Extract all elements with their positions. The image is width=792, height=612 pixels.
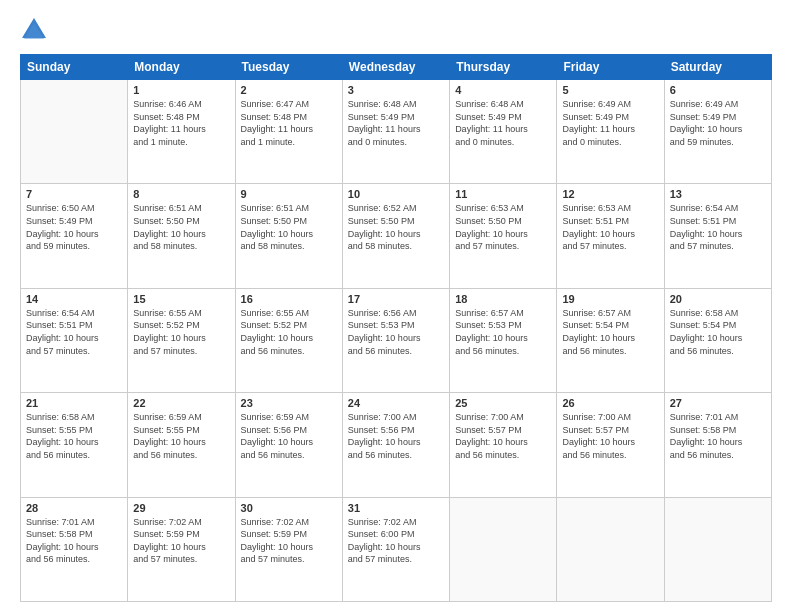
calendar-cell: 2Sunrise: 6:47 AM Sunset: 5:48 PM Daylig… <box>235 80 342 184</box>
day-info: Sunrise: 7:02 AM Sunset: 6:00 PM Dayligh… <box>348 516 444 566</box>
weekday-header-friday: Friday <box>557 55 664 80</box>
day-number: 23 <box>241 397 337 409</box>
day-number: 17 <box>348 293 444 305</box>
day-number: 25 <box>455 397 551 409</box>
day-number: 18 <box>455 293 551 305</box>
day-info: Sunrise: 6:57 AM Sunset: 5:53 PM Dayligh… <box>455 307 551 357</box>
calendar-cell: 13Sunrise: 6:54 AM Sunset: 5:51 PM Dayli… <box>664 184 771 288</box>
calendar-cell: 27Sunrise: 7:01 AM Sunset: 5:58 PM Dayli… <box>664 393 771 497</box>
day-number: 8 <box>133 188 229 200</box>
day-number: 1 <box>133 84 229 96</box>
day-info: Sunrise: 6:54 AM Sunset: 5:51 PM Dayligh… <box>26 307 122 357</box>
day-info: Sunrise: 6:48 AM Sunset: 5:49 PM Dayligh… <box>348 98 444 148</box>
calendar-cell: 30Sunrise: 7:02 AM Sunset: 5:59 PM Dayli… <box>235 497 342 601</box>
day-info: Sunrise: 7:02 AM Sunset: 5:59 PM Dayligh… <box>241 516 337 566</box>
calendar-cell: 20Sunrise: 6:58 AM Sunset: 5:54 PM Dayli… <box>664 288 771 392</box>
day-info: Sunrise: 6:47 AM Sunset: 5:48 PM Dayligh… <box>241 98 337 148</box>
calendar-week-4: 21Sunrise: 6:58 AM Sunset: 5:55 PM Dayli… <box>21 393 772 497</box>
day-number: 26 <box>562 397 658 409</box>
logo-icon <box>20 16 48 44</box>
calendar-cell: 12Sunrise: 6:53 AM Sunset: 5:51 PM Dayli… <box>557 184 664 288</box>
calendar-cell: 11Sunrise: 6:53 AM Sunset: 5:50 PM Dayli… <box>450 184 557 288</box>
day-info: Sunrise: 6:54 AM Sunset: 5:51 PM Dayligh… <box>670 202 766 252</box>
calendar-cell: 23Sunrise: 6:59 AM Sunset: 5:56 PM Dayli… <box>235 393 342 497</box>
day-info: Sunrise: 6:58 AM Sunset: 5:54 PM Dayligh… <box>670 307 766 357</box>
calendar-cell: 25Sunrise: 7:00 AM Sunset: 5:57 PM Dayli… <box>450 393 557 497</box>
day-info: Sunrise: 6:58 AM Sunset: 5:55 PM Dayligh… <box>26 411 122 461</box>
calendar-cell: 24Sunrise: 7:00 AM Sunset: 5:56 PM Dayli… <box>342 393 449 497</box>
day-info: Sunrise: 6:59 AM Sunset: 5:56 PM Dayligh… <box>241 411 337 461</box>
calendar-cell <box>557 497 664 601</box>
day-info: Sunrise: 6:56 AM Sunset: 5:53 PM Dayligh… <box>348 307 444 357</box>
day-info: Sunrise: 7:01 AM Sunset: 5:58 PM Dayligh… <box>26 516 122 566</box>
day-info: Sunrise: 6:53 AM Sunset: 5:50 PM Dayligh… <box>455 202 551 252</box>
day-number: 20 <box>670 293 766 305</box>
day-info: Sunrise: 6:53 AM Sunset: 5:51 PM Dayligh… <box>562 202 658 252</box>
calendar-cell <box>21 80 128 184</box>
day-info: Sunrise: 7:00 AM Sunset: 5:57 PM Dayligh… <box>455 411 551 461</box>
day-number: 14 <box>26 293 122 305</box>
day-info: Sunrise: 6:59 AM Sunset: 5:55 PM Dayligh… <box>133 411 229 461</box>
day-info: Sunrise: 6:49 AM Sunset: 5:49 PM Dayligh… <box>562 98 658 148</box>
day-number: 7 <box>26 188 122 200</box>
calendar-cell: 18Sunrise: 6:57 AM Sunset: 5:53 PM Dayli… <box>450 288 557 392</box>
calendar-cell: 29Sunrise: 7:02 AM Sunset: 5:59 PM Dayli… <box>128 497 235 601</box>
calendar-cell: 26Sunrise: 7:00 AM Sunset: 5:57 PM Dayli… <box>557 393 664 497</box>
calendar-week-2: 7Sunrise: 6:50 AM Sunset: 5:49 PM Daylig… <box>21 184 772 288</box>
day-info: Sunrise: 6:46 AM Sunset: 5:48 PM Dayligh… <box>133 98 229 148</box>
day-number: 29 <box>133 502 229 514</box>
day-number: 9 <box>241 188 337 200</box>
calendar-cell: 21Sunrise: 6:58 AM Sunset: 5:55 PM Dayli… <box>21 393 128 497</box>
day-info: Sunrise: 6:51 AM Sunset: 5:50 PM Dayligh… <box>133 202 229 252</box>
day-info: Sunrise: 6:50 AM Sunset: 5:49 PM Dayligh… <box>26 202 122 252</box>
calendar-cell <box>664 497 771 601</box>
day-info: Sunrise: 6:49 AM Sunset: 5:49 PM Dayligh… <box>670 98 766 148</box>
day-number: 24 <box>348 397 444 409</box>
calendar-cell: 9Sunrise: 6:51 AM Sunset: 5:50 PM Daylig… <box>235 184 342 288</box>
day-info: Sunrise: 6:52 AM Sunset: 5:50 PM Dayligh… <box>348 202 444 252</box>
calendar-week-3: 14Sunrise: 6:54 AM Sunset: 5:51 PM Dayli… <box>21 288 772 392</box>
day-number: 28 <box>26 502 122 514</box>
calendar-cell: 8Sunrise: 6:51 AM Sunset: 5:50 PM Daylig… <box>128 184 235 288</box>
calendar-cell: 17Sunrise: 6:56 AM Sunset: 5:53 PM Dayli… <box>342 288 449 392</box>
header <box>20 16 772 44</box>
day-number: 27 <box>670 397 766 409</box>
day-info: Sunrise: 7:01 AM Sunset: 5:58 PM Dayligh… <box>670 411 766 461</box>
weekday-header-monday: Monday <box>128 55 235 80</box>
calendar-cell: 5Sunrise: 6:49 AM Sunset: 5:49 PM Daylig… <box>557 80 664 184</box>
day-number: 13 <box>670 188 766 200</box>
calendar-week-1: 1Sunrise: 6:46 AM Sunset: 5:48 PM Daylig… <box>21 80 772 184</box>
weekday-header-row: SundayMondayTuesdayWednesdayThursdayFrid… <box>21 55 772 80</box>
calendar-cell: 28Sunrise: 7:01 AM Sunset: 5:58 PM Dayli… <box>21 497 128 601</box>
calendar-cell <box>450 497 557 601</box>
day-number: 10 <box>348 188 444 200</box>
day-info: Sunrise: 6:55 AM Sunset: 5:52 PM Dayligh… <box>133 307 229 357</box>
day-info: Sunrise: 6:48 AM Sunset: 5:49 PM Dayligh… <box>455 98 551 148</box>
day-info: Sunrise: 7:02 AM Sunset: 5:59 PM Dayligh… <box>133 516 229 566</box>
weekday-header-wednesday: Wednesday <box>342 55 449 80</box>
calendar-cell: 31Sunrise: 7:02 AM Sunset: 6:00 PM Dayli… <box>342 497 449 601</box>
calendar-cell: 10Sunrise: 6:52 AM Sunset: 5:50 PM Dayli… <box>342 184 449 288</box>
page: SundayMondayTuesdayWednesdayThursdayFrid… <box>0 0 792 612</box>
calendar-cell: 19Sunrise: 6:57 AM Sunset: 5:54 PM Dayli… <box>557 288 664 392</box>
day-number: 2 <box>241 84 337 96</box>
weekday-header-sunday: Sunday <box>21 55 128 80</box>
weekday-header-saturday: Saturday <box>664 55 771 80</box>
day-number: 31 <box>348 502 444 514</box>
calendar-cell: 16Sunrise: 6:55 AM Sunset: 5:52 PM Dayli… <box>235 288 342 392</box>
day-number: 16 <box>241 293 337 305</box>
day-number: 21 <box>26 397 122 409</box>
calendar-cell: 4Sunrise: 6:48 AM Sunset: 5:49 PM Daylig… <box>450 80 557 184</box>
day-number: 5 <box>562 84 658 96</box>
weekday-header-thursday: Thursday <box>450 55 557 80</box>
day-number: 6 <box>670 84 766 96</box>
day-info: Sunrise: 7:00 AM Sunset: 5:57 PM Dayligh… <box>562 411 658 461</box>
calendar-cell: 3Sunrise: 6:48 AM Sunset: 5:49 PM Daylig… <box>342 80 449 184</box>
day-number: 22 <box>133 397 229 409</box>
day-info: Sunrise: 7:00 AM Sunset: 5:56 PM Dayligh… <box>348 411 444 461</box>
day-number: 30 <box>241 502 337 514</box>
calendar-week-5: 28Sunrise: 7:01 AM Sunset: 5:58 PM Dayli… <box>21 497 772 601</box>
calendar-cell: 7Sunrise: 6:50 AM Sunset: 5:49 PM Daylig… <box>21 184 128 288</box>
day-info: Sunrise: 6:51 AM Sunset: 5:50 PM Dayligh… <box>241 202 337 252</box>
day-info: Sunrise: 6:55 AM Sunset: 5:52 PM Dayligh… <box>241 307 337 357</box>
